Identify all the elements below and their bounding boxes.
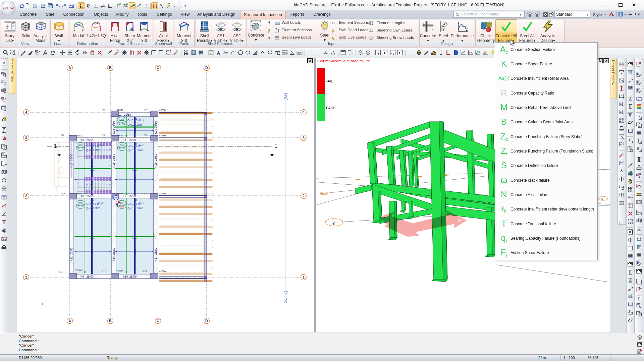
svg-text:z: z <box>399 51 400 55</box>
svg-text:F 12: F 12 <box>119 147 125 150</box>
svg-text:S03: S03 <box>119 144 124 147</box>
svg-text:30/40: 30/40 <box>116 192 123 195</box>
svg-text:Q=0.2 tf/m²: Q=0.2 tf/m² <box>127 123 143 126</box>
svg-text:40/30: 40/30 <box>117 134 124 137</box>
svg-text:K10 25/50: K10 25/50 <box>123 275 137 278</box>
svg-text:C: C <box>157 66 159 70</box>
svg-text:S12: S12 <box>58 270 63 273</box>
svg-text:G=0.45 tf/m²: G=0.45 tf/m² <box>86 202 103 205</box>
svg-text:xy: xy <box>376 51 380 55</box>
svg-text:S14: S14 <box>142 270 147 273</box>
svg-text:K17 25/50: K17 25/50 <box>154 248 157 261</box>
svg-text:G=0.45 tf/m²: G=0.45 tf/m² <box>86 144 103 147</box>
svg-text:?: ? <box>1 117 4 122</box>
svg-text:F 12: F 12 <box>78 205 84 208</box>
svg-text:6: 6 <box>601 197 603 200</box>
svg-text:K9 25/50: K9 25/50 <box>80 275 94 278</box>
svg-text:K14 25/50: K14 25/50 <box>112 248 115 261</box>
svg-text:F5117.3: F5117.3 <box>118 206 126 208</box>
svg-text:S01: S01 <box>119 118 124 121</box>
svg-text:K12 25/50: K12 25/50 <box>70 248 73 261</box>
svg-text:ABC: ABC <box>2 239 6 241</box>
svg-text:2: 2 <box>303 194 305 198</box>
svg-text:z: z <box>384 51 386 55</box>
svg-text:Q=0.2 tf/m²: Q=0.2 tf/m² <box>127 206 143 210</box>
svg-text:F 12: F 12 <box>78 147 84 150</box>
svg-text:S13: S13 <box>102 270 107 273</box>
svg-text:Q=0.2 tf/m²: Q=0.2 tf/m² <box>127 148 143 152</box>
svg-text:4: 4 <box>303 110 305 114</box>
svg-text:S10: S10 <box>144 192 149 195</box>
svg-text:S2: S2 <box>144 109 147 112</box>
svg-text:?: ? <box>620 13 622 16</box>
svg-text:K7 25/50: K7 25/50 <box>123 194 136 198</box>
svg-text:1: 1 <box>25 275 27 279</box>
svg-text:B: B <box>109 319 112 323</box>
svg-text:40/30: 40/30 <box>159 109 166 112</box>
svg-text:3: 3 <box>623 202 624 205</box>
svg-text:1: 1 <box>153 165 154 168</box>
svg-text:S1: S1 <box>102 109 106 112</box>
svg-text:Column-beam joint area failure: Column-beam joint area failure <box>317 59 370 63</box>
svg-text:40/30: 40/30 <box>117 109 124 112</box>
svg-text:S8: S8 <box>62 192 65 195</box>
svg-text:G=0.45 tf/m²: G=0.45 tf/m² <box>127 119 144 122</box>
svg-text:1: 1 <box>332 220 336 226</box>
svg-text:xy: xy <box>391 51 394 55</box>
svg-text:30/40: 30/40 <box>76 192 84 195</box>
svg-text:Q=0.2 tf/m²: Q=0.2 tf/m² <box>86 148 101 152</box>
svg-text:FAIL: FAIL <box>326 79 333 83</box>
svg-text:G1: G1 <box>283 93 288 98</box>
svg-text:40/30: 40/30 <box>76 134 84 137</box>
svg-text:C: C <box>157 319 159 323</box>
svg-text:2: 2 <box>93 198 94 201</box>
svg-text:?: ? <box>275 50 277 54</box>
svg-text:D: D <box>205 319 208 323</box>
svg-text:F 12: F 12 <box>119 121 125 124</box>
svg-text:1: 1 <box>153 123 154 126</box>
svg-text:1: 1 <box>109 233 111 236</box>
svg-text:K3 25/50: K3 25/50 <box>80 138 94 142</box>
svg-text:S4: S4 <box>61 134 64 137</box>
svg-text:40/30: 40/30 <box>116 269 123 272</box>
svg-text:3: 3 <box>640 201 642 204</box>
svg-text:3: 3 <box>25 136 27 140</box>
svg-text:Q=0.2 tf/m²: Q=0.2 tf/m² <box>86 206 101 210</box>
svg-text:2: 2 <box>136 198 137 201</box>
svg-text:3: 3 <box>303 136 305 140</box>
svg-text:K15 25/50: K15 25/50 <box>112 154 115 168</box>
svg-text:S6: S6 <box>144 134 147 137</box>
svg-text:K1 25/50: K1 25/50 <box>118 113 131 116</box>
svg-text:1: 1 <box>153 233 154 236</box>
svg-text:40/30: 40/30 <box>159 270 166 273</box>
svg-text:m²: m² <box>283 51 287 55</box>
svg-text:1: 1 <box>303 275 305 279</box>
svg-text:mm²: mm² <box>297 51 302 54</box>
svg-text:B: B <box>109 66 112 70</box>
svg-text:2: 2 <box>25 194 27 198</box>
svg-text:1: 1 <box>109 165 111 168</box>
svg-text:40/30: 40/30 <box>159 134 166 137</box>
svg-text:30/40: 30/40 <box>75 269 82 272</box>
svg-text:S5: S5 <box>102 134 105 137</box>
svg-text:4: 4 <box>25 110 28 114</box>
svg-text:1: 1 <box>274 143 277 149</box>
svg-text:A: A <box>68 319 71 323</box>
svg-text:S: S <box>162 5 164 8</box>
svg-text:D: D <box>205 66 208 70</box>
svg-text:S05: S05 <box>78 202 83 205</box>
svg-text:G=0.45 tf/m²: G=0.45 tf/m² <box>127 144 144 147</box>
svg-text:1: 1 <box>54 143 57 149</box>
svg-text:A: A <box>68 66 71 70</box>
svg-text:G=0.45 tf/m²: G=0.45 tf/m² <box>127 202 144 205</box>
svg-text:PASS: PASS <box>326 106 336 110</box>
svg-text:S07: S07 <box>78 144 83 147</box>
svg-text:A: A <box>217 50 220 56</box>
svg-text:K4 25/50: K4 25/50 <box>123 138 136 142</box>
svg-text:30/40: 30/40 <box>159 192 166 195</box>
svg-text:G1: G1 <box>283 298 288 303</box>
svg-text:K18 25/50: K18 25/50 <box>154 154 157 168</box>
